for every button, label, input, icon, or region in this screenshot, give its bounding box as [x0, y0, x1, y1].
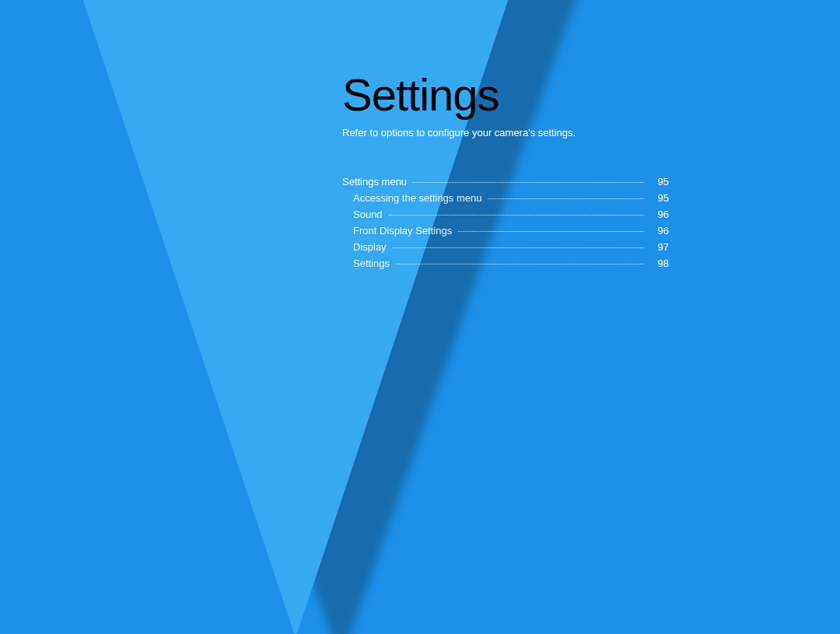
toc-leader-dots: [389, 215, 644, 215]
toc-item-page: 95: [650, 192, 669, 204]
content-block: Settings Refer to options to configure y…: [342, 68, 669, 274]
toc-item-label: Front Display Settings: [342, 225, 452, 236]
page-title: Settings: [342, 68, 669, 121]
toc-leader-dots: [413, 182, 644, 183]
toc-item-row: Sound 96: [342, 208, 669, 220]
table-of-contents: Settings menu 95 Accessing the settings …: [342, 176, 669, 269]
toc-section-row: Settings menu 95: [342, 176, 669, 187]
toc-leader-dots: [393, 247, 644, 248]
page-subtitle: Refer to options to configure your camer…: [342, 127, 669, 138]
toc-leader-dots: [396, 264, 644, 264]
toc-item-row: Accessing the settings menu 95: [342, 192, 669, 204]
toc-item-label: Accessing the settings menu: [342, 192, 481, 204]
toc-item-page: 96: [650, 225, 669, 236]
toc-item-row: Settings 98: [342, 257, 669, 269]
toc-item-label: Display: [342, 241, 387, 253]
toc-item-label: Sound: [342, 208, 383, 220]
toc-item-row: Front Display Settings 96: [342, 225, 669, 236]
toc-leader-dots: [488, 198, 644, 199]
toc-section-label: Settings menu: [342, 176, 407, 187]
toc-item-label: Settings: [342, 257, 390, 269]
settings-chapter-page: Settings Refer to options to configure y…: [0, 0, 840, 634]
toc-item-page: 96: [650, 208, 669, 220]
toc-item-page: 97: [650, 241, 669, 253]
toc-leader-dots: [458, 231, 644, 232]
toc-item-page: 98: [650, 257, 669, 269]
toc-section-page: 95: [650, 176, 669, 187]
toc-item-row: Display 97: [342, 241, 669, 253]
